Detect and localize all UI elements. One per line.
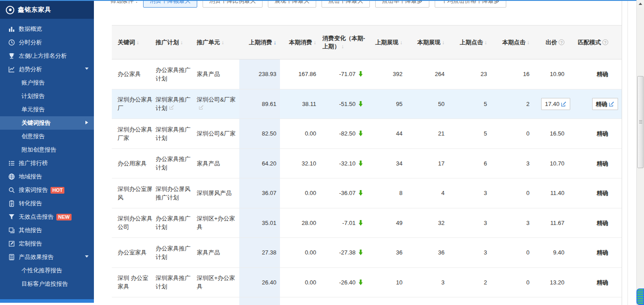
sidebar-bottom-strip <box>0 299 94 303</box>
sidebar-item-ranking-analysis[interactable]: 左侧/上方排名分析 <box>0 49 94 63</box>
sort-icon[interactable]: ↓ <box>314 38 316 47</box>
bid-edit-box[interactable]: 16.50 <box>550 129 564 138</box>
clock-icon <box>8 39 15 46</box>
header-match-mode[interactable]: 匹配模式? <box>568 25 622 59</box>
scroll-up-arrow[interactable] <box>637 0 644 8</box>
table-row[interactable]: 办公家具 办公家具推广计划 家具产品 238.93 167.86 -71.07 … <box>112 59 622 89</box>
match-mode-cell: 精确 <box>568 268 622 297</box>
sidebar-item-target-customer-retarget-report[interactable]: 目标客户追投报告 <box>0 277 94 291</box>
sidebar-item-hourly-analysis[interactable]: 分时分析 <box>0 36 94 49</box>
table-row[interactable]: 深圳办公家具公司 办公家具推广计划 深圳区+办公家具 35.01 28.00 -… <box>112 208 622 238</box>
sidebar-item-personalized-recommend-report[interactable]: 个性化推荐报告 <box>0 264 94 277</box>
question-icon[interactable]: ? <box>602 39 608 45</box>
chevron-down-icon[interactable] <box>85 68 89 70</box>
sidebar-item-product-effect-report[interactable]: 产品效果报告 <box>0 250 94 264</box>
sidebar-item-other-report[interactable]: 其他报告 <box>0 224 94 237</box>
sort-icon[interactable]: ↓ <box>221 38 224 47</box>
header-cost-change[interactable]: 消费变化（本期-上期）↓ <box>320 25 367 59</box>
sort-icon[interactable]: ↓ <box>400 38 402 47</box>
bid-edit-box[interactable]: 11.67 <box>550 219 564 227</box>
filter-button[interactable]: 点击率下降最多 <box>375 0 429 8</box>
sort-icon-active[interactable]: ↓ <box>274 38 277 47</box>
sidebar-item-account-report[interactable]: 账户报告 <box>0 76 94 89</box>
match-mode-cell: 精确 <box>568 89 622 119</box>
header-plan[interactable]: 推广计划↓ <box>154 25 195 59</box>
sidebar-item-search-term-report[interactable]: 搜索词报告 HOT <box>0 183 94 197</box>
floating-tool-button[interactable] <box>636 288 644 305</box>
match-mode-edit-box[interactable]: 精确 <box>597 159 608 168</box>
sidebar-item-plan-report[interactable]: 计划报告 <box>0 89 94 103</box>
sidebar-item-conversion-report[interactable]: 转化报告 <box>0 197 94 210</box>
trophy-icon <box>8 52 15 59</box>
scrollbar-thumb[interactable] <box>637 76 644 168</box>
edit-icon[interactable] <box>199 105 204 110</box>
header-keyword[interactable]: 关键词↓ <box>112 25 154 59</box>
sort-icon[interactable]: ↓ <box>527 38 530 47</box>
header-unit[interactable]: 推广单元↓ <box>195 25 239 59</box>
sidebar-item-region-report[interactable]: 地域报告 <box>0 170 94 183</box>
filter-button[interactable]: 消费下降额最大 <box>143 0 197 8</box>
table-row[interactable]: 深圳办公室屏风 深圳办公屏风推广计划 深圳屏风产品 36.07 0.00 -36… <box>112 178 622 208</box>
trend-chart-icon <box>8 66 15 73</box>
bid-edit-box[interactable]: 10.90 <box>550 70 564 78</box>
vertical-scrollbar[interactable] <box>636 0 644 305</box>
header-prev-show[interactable]: 上期展现↓ <box>367 25 406 59</box>
match-mode-cell: 精确 <box>568 178 622 208</box>
match-mode-edit-box[interactable]: 精确 <box>597 248 608 257</box>
table-row[interactable]: 深圳办公家具厂家 深圳家具推广计划 深圳公司&厂家 82.50 0.00 -82… <box>112 119 622 149</box>
header-prev-cost[interactable]: 上期消费↓ <box>239 25 280 59</box>
sidebar-item-invalid-click-report[interactable]: 无效点击报告 NEW <box>0 210 94 224</box>
bid-edit-box[interactable]: 17.40 <box>541 98 570 110</box>
match-mode-edit-box[interactable]: 精确 <box>592 98 618 110</box>
edit-icon[interactable] <box>169 105 174 110</box>
match-mode-edit-box[interactable]: 精确 <box>597 70 608 78</box>
bid-edit-box[interactable]: 9.40 <box>553 248 564 257</box>
sidebar-item-promotion-ranking[interactable]: 推广排行榜 <box>0 157 94 170</box>
edit-icon[interactable] <box>609 101 614 107</box>
match-mode-edit-box[interactable]: 精确 <box>597 189 608 197</box>
chevron-down-icon[interactable] <box>85 255 89 258</box>
sidebar-item-extra-creative-report[interactable]: 附加创意报告 <box>0 143 94 157</box>
filter-button[interactable]: 平均点击价格下降最多 <box>435 0 506 8</box>
bid-edit-box[interactable]: 11.40 <box>550 189 564 197</box>
match-mode-edit-box[interactable]: 精确 <box>597 278 608 287</box>
table-row[interactable]: 办公用家具 办公家具推广计划 家具产品 64.20 32.10 -32.10 3… <box>112 149 622 179</box>
match-mode-cell: 精确 <box>568 59 622 89</box>
sidebar-item-custom-report[interactable]: 定制报告 <box>0 237 94 250</box>
prev-show-cell: 10 <box>367 268 406 297</box>
down-arrow-icon <box>358 161 363 166</box>
table-row[interactable]: 深圳办公家具厂 深圳家具推广计划 深圳公司&厂家 89.61 38.11 -51… <box>112 89 622 119</box>
filter-button[interactable]: 展现下降最大 <box>268 0 316 8</box>
sort-icon[interactable]: ↓ <box>442 38 445 47</box>
sidebar-item-keyword-report[interactable]: 关键词报告 <box>0 116 94 130</box>
header-cur-click[interactable]: 本期点击↓ <box>491 25 533 59</box>
bid-edit-box[interactable]: 10.70 <box>550 159 564 168</box>
sort-icon[interactable]: ↓ <box>136 38 139 47</box>
cur-cost-cell: 28.00 <box>280 208 320 238</box>
sidebar-item-trend-analysis[interactable]: 趋势分析 <box>0 63 94 76</box>
sort-icon[interactable]: ↓ <box>180 38 183 47</box>
filter-button[interactable]: 消费下降比例最大 <box>203 0 263 8</box>
sort-icon[interactable]: ↓ <box>484 38 487 47</box>
filter-button[interactable]: 点击下降最大 <box>322 0 370 8</box>
question-icon[interactable]: ? <box>559 39 564 45</box>
sidebar-item-unit-report[interactable]: 单元报告 <box>0 103 94 116</box>
sidebar-item-creative-report[interactable]: 创意报告 <box>0 130 94 143</box>
header-bid[interactable]: 出价? <box>533 25 568 59</box>
header-cur-cost[interactable]: 本期消费↓ <box>280 25 320 59</box>
match-mode-edit-box[interactable]: 精确 <box>597 129 608 138</box>
table-row[interactable]: 深圳 办公室家具 深圳家具推广计划 深圳区+办公家具 26.40 0.00 -2… <box>112 268 622 298</box>
edit-icon[interactable] <box>561 101 567 107</box>
sort-icon[interactable]: ↓ <box>341 43 344 50</box>
match-mode-edit-box[interactable]: 精确 <box>597 219 608 227</box>
account-header[interactable]: 鑫铭东家具 <box>0 1 94 19</box>
cur-cost-cell: 0.00 <box>280 178 320 208</box>
bid-edit-box[interactable]: 13.20 <box>550 278 564 287</box>
table-row[interactable]: 办公室家具 办公家具推广计划 家具产品 27.38 0.00 -27.38 36… <box>112 238 622 268</box>
header-prev-click[interactable]: 上期点击↓ <box>448 25 491 59</box>
keyword-cell: 深圳 办公室家具 <box>112 268 154 297</box>
unit-cell: 深圳公司&厂家 <box>195 89 239 119</box>
header-cur-show[interactable]: 本期展现↓ <box>406 25 448 59</box>
cur-click-cell: 0 <box>491 178 533 208</box>
sidebar-item-data-overview[interactable]: 数据概览 <box>0 22 94 36</box>
